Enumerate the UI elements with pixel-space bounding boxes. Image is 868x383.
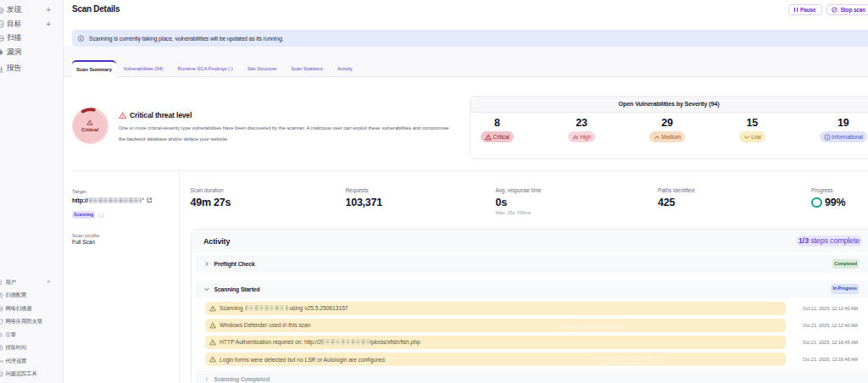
warning-triangle-icon xyxy=(209,356,216,363)
sidebar-item[interactable]: 漏洞 xyxy=(0,46,63,60)
sidebar-item[interactable]: 用户+ xyxy=(0,276,63,290)
chevron-down-icon[interactable] xyxy=(204,286,209,292)
sidebar-item-label: 网络应用防火墙 xyxy=(6,318,42,325)
add-icon[interactable]: + xyxy=(46,20,51,29)
banner-text: Scanning is currently taking place, vuln… xyxy=(89,36,283,42)
sidebar-item[interactable]: 扫描 xyxy=(0,31,63,46)
stat-value: 0s xyxy=(496,197,542,208)
sidebar-item-label: 扫描 xyxy=(7,33,21,43)
tab-scan-statistics[interactable]: Scan Statistics xyxy=(284,60,331,77)
severity-count: 8 xyxy=(494,118,500,129)
log-message: Login forms were detected but no LSR or … xyxy=(205,352,786,366)
tab-runtime-sca-findings[interactable]: Runtime SCA Findings (-) xyxy=(170,60,240,77)
stop-scan-button[interactable]: Stop scan xyxy=(826,4,868,16)
excluded-hours-icon xyxy=(0,345,3,351)
severity-label: Low xyxy=(751,134,761,140)
step-scanning-completed[interactable]: Scanning Completed xyxy=(196,370,868,383)
chevron-right-icon[interactable] xyxy=(204,261,209,267)
warning-triangle-icon xyxy=(209,322,216,329)
sidebar-item[interactable]: 代理设置 xyxy=(0,355,63,369)
stat-label: Progress xyxy=(811,187,845,193)
engines-icon xyxy=(0,332,3,338)
info-icon xyxy=(78,36,84,42)
sidebar-item-label: 漏洞 xyxy=(7,47,21,58)
stat-label: Scan duration xyxy=(191,187,231,193)
stat-requests: Requests103,371 xyxy=(346,187,382,208)
target-url[interactable]: http://’ xyxy=(72,197,152,203)
open-vulnerabilities-panel: Open Vulnerabilities by Severity (94) 8C… xyxy=(470,96,868,159)
sidebar-item[interactable]: 网络扫描器 xyxy=(0,303,63,316)
threat-title-text: Critical threat level xyxy=(130,111,192,119)
severity-columns: 8Critical23High29Medium15Low19Informatio… xyxy=(470,113,868,143)
scan-log-list: Scanning using v25.5.250613157Oct 21, 20… xyxy=(196,302,868,371)
sidebar-item[interactable]: 排除时间 xyxy=(0,341,63,355)
chevron-right-icon[interactable] xyxy=(204,376,209,382)
scans-icon xyxy=(0,35,4,42)
steps-complete-pill: 1/3 steps complete xyxy=(796,236,862,247)
tab-scan-summary[interactable]: Scan Summary xyxy=(72,60,116,77)
page-title: Scan Details xyxy=(72,4,120,14)
threat-level-title: Critical threat level xyxy=(119,111,192,119)
chevron-down-icon xyxy=(743,134,750,141)
tab-activity[interactable]: Activity xyxy=(330,60,359,77)
scan-profile-value: Full Scan xyxy=(72,239,95,245)
severity-label: High xyxy=(580,134,591,140)
add-icon[interactable]: + xyxy=(46,6,51,14)
threat-level-description: One or more critical-severity type vulne… xyxy=(119,123,454,146)
tab-strip: Scan SummaryVulnerabilities (94)Runtime … xyxy=(64,47,868,77)
sidebar-settings-menu: 用户+扫描配置网络扫描器网络应用防火墙引擎排除时间代理设置问题追踪工具 xyxy=(0,276,63,381)
tab-vulnerabilities-94[interactable]: Vulnerabilities (94) xyxy=(116,60,170,77)
users-icon xyxy=(0,280,3,286)
scanning-status-badge: Scanning xyxy=(72,211,95,219)
sidebar-item-label: 引擎 xyxy=(6,331,16,339)
add-icon[interactable]: + xyxy=(47,279,51,286)
sidebar-item[interactable]: 问题追踪工具 xyxy=(0,368,63,381)
tab-site-structure[interactable]: Site Structure xyxy=(240,60,284,77)
section-divider xyxy=(72,170,868,171)
step-preflight-check[interactable]: Preflight Check Completed xyxy=(196,255,868,273)
in-progress-badge: In Progress xyxy=(831,284,859,294)
double-chevron-up-icon xyxy=(572,134,579,141)
sidebar-item-label: 问题追踪工具 xyxy=(6,370,37,378)
sidebar-item-label: 目标 xyxy=(7,19,21,30)
log-message: Scanning using v25.5.250613157 xyxy=(205,302,786,315)
activity-header: Activity 1/3 steps complete xyxy=(192,230,868,253)
pause-button-label: Pause xyxy=(800,7,815,13)
sidebar-main-menu: 发现+目标+扫描漏洞报告 xyxy=(0,3,63,76)
severity-count: 15 xyxy=(747,118,759,129)
stat-label: Requests xyxy=(346,187,382,193)
scan-profile-label: Scan profile xyxy=(72,232,99,238)
progress-ring-icon xyxy=(811,197,822,208)
waf-icon xyxy=(0,319,3,325)
sidebar-item[interactable]: 目标+ xyxy=(0,18,63,32)
critical-arc xyxy=(72,108,108,144)
chevron-up-icon xyxy=(654,134,660,141)
log-text: HTTP Authentication required on: http://… xyxy=(220,339,420,345)
log-message: HTTP Authentication required on: http://… xyxy=(205,336,786,349)
external-link-icon[interactable] xyxy=(147,197,153,203)
target-url-prefix: http:// xyxy=(72,197,88,203)
severity-label: Medium xyxy=(661,134,681,140)
sidebar-item-label: 代理设置 xyxy=(6,358,27,365)
sidebar-item[interactable]: 报告 xyxy=(0,62,63,76)
stop-icon xyxy=(832,7,837,13)
log-line: Scanning using v25.5.250613157Oct 21, 20… xyxy=(205,302,859,315)
log-text: Login forms were detected but no LSR or … xyxy=(220,357,386,363)
sidebar-item-label: 网络扫描器 xyxy=(6,305,32,313)
sidebar: 发现+目标+扫描漏洞报告 用户+扫描配置网络扫描器网络应用防火墙引擎排除时间代理… xyxy=(0,0,64,383)
scanning-info-banner: Scanning is currently taking place, vuln… xyxy=(72,30,868,47)
log-line: HTTP Authentication required on: http://… xyxy=(205,336,859,349)
activity-body: Preflight Check Completed Scanning Start… xyxy=(192,253,868,383)
severity-badge: High xyxy=(568,131,596,142)
step-scanning-started[interactable]: Scanning Started In Progress xyxy=(196,280,868,298)
sidebar-item[interactable]: 网络应用防火墙 xyxy=(0,315,63,329)
sidebar-item[interactable]: 扫描配置 xyxy=(0,289,63,303)
sidebar-item[interactable]: 发现+ xyxy=(0,3,63,18)
reports-icon xyxy=(0,65,4,73)
pause-button[interactable]: Pause xyxy=(788,4,822,16)
sidebar-item-label: 发现 xyxy=(7,5,21,15)
stop-scan-button-label: Stop scan xyxy=(840,7,865,13)
activity-title: Activity xyxy=(203,237,230,246)
sidebar-item[interactable]: 引擎 xyxy=(0,329,63,342)
warning-triangle-icon xyxy=(485,134,492,141)
